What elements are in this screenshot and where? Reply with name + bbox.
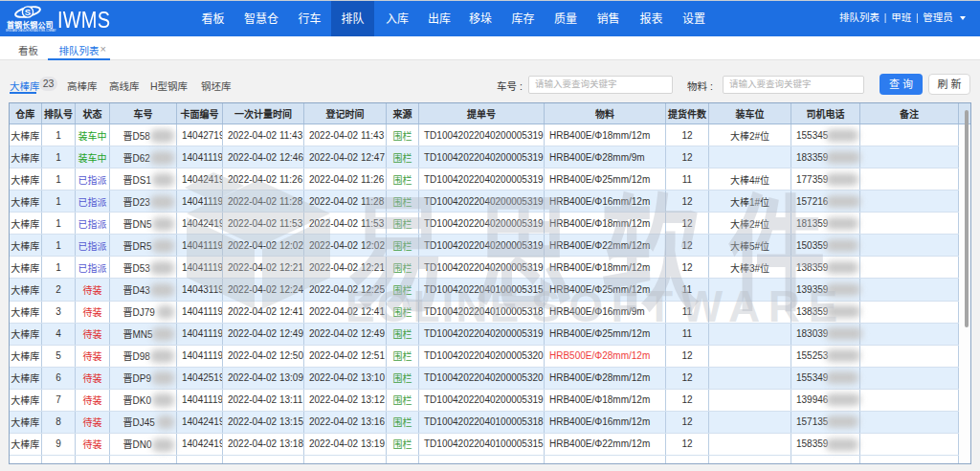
svg-text:S: S xyxy=(25,7,31,17)
